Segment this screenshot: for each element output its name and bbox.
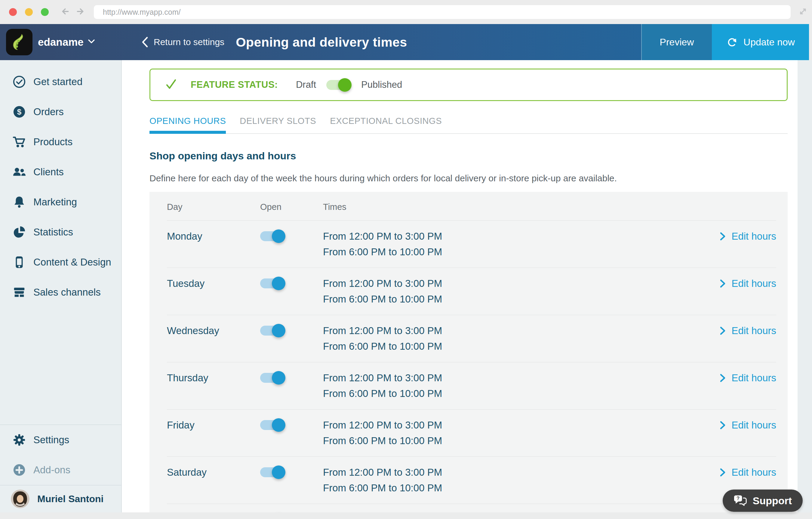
- back-arrow-icon[interactable]: [60, 6, 70, 18]
- sidebar-item-products[interactable]: Products: [0, 127, 121, 157]
- sidebar-item-clients[interactable]: Clients: [0, 157, 121, 187]
- feature-status-toggle[interactable]: [326, 80, 349, 90]
- edit-hours-label: Edit hours: [731, 419, 776, 432]
- gear-icon: [12, 433, 26, 447]
- times-cell: From 12:00 PM to 3:00 PMFrom 6:00 PM to …: [323, 466, 719, 495]
- open-toggle[interactable]: [260, 231, 283, 241]
- edit-hours-label: Edit hours: [731, 277, 776, 290]
- feature-status-box: FEATURE STATUS: Draft Published: [149, 68, 788, 101]
- pie-chart-icon: [12, 225, 26, 239]
- update-now-label: Update now: [744, 37, 795, 48]
- sidebar-item-add-ons[interactable]: Add-ons: [0, 455, 121, 485]
- sidebar-item-get-started[interactable]: Get started: [0, 67, 121, 97]
- sidebar: Get started $ Orders Products Clients Ma…: [0, 60, 122, 512]
- refresh-icon: [726, 36, 738, 48]
- url-bar[interactable]: [94, 5, 791, 19]
- chevron-left-icon: [140, 36, 149, 48]
- avatar: [11, 490, 29, 508]
- edit-hours-link[interactable]: Edit hours: [719, 324, 776, 337]
- time-range: From 12:00 PM to 3:00 PM: [323, 466, 719, 479]
- time-range: From 6:00 PM to 10:00 PM: [323, 246, 719, 259]
- day-label: Monday: [167, 231, 202, 242]
- draft-label: Draft: [296, 79, 316, 90]
- phone-icon: [12, 255, 26, 269]
- sidebar-item-marketing[interactable]: Marketing: [0, 187, 121, 217]
- app-header: edaname Return to settings Opening and d…: [0, 24, 809, 60]
- scroll-gutter: [798, 60, 812, 512]
- sidebar-item-label: Clients: [33, 166, 64, 178]
- sidebar-item-sales-channels[interactable]: Sales channels: [0, 277, 121, 307]
- edit-hours-link[interactable]: Edit hours: [719, 466, 776, 479]
- chevron-right-icon: [719, 468, 727, 477]
- tab-delivery-slots[interactable]: DELIVERY SLOTS: [240, 116, 316, 133]
- edit-hours-link[interactable]: Edit hours: [719, 277, 776, 290]
- app-logo: [6, 29, 32, 55]
- tab-exceptional-closings[interactable]: EXCEPTIONAL CLOSINGS: [330, 116, 442, 133]
- user-account[interactable]: Muriel Santoni: [0, 485, 121, 512]
- browser-chrome: [0, 0, 812, 24]
- sidebar-item-content-design[interactable]: Content & Design: [0, 247, 121, 277]
- time-range: From 12:00 PM to 3:00 PM: [323, 230, 719, 243]
- toggle-knob: [272, 324, 285, 337]
- user-name: Muriel Santoni: [37, 493, 104, 504]
- column-header-day: Day: [167, 202, 260, 212]
- toggle-knob: [272, 465, 285, 479]
- time-range: From 12:00 PM to 3:00 PM: [323, 324, 719, 337]
- open-toggle[interactable]: [260, 373, 283, 383]
- svg-text:$: $: [17, 108, 22, 116]
- support-label: Support: [753, 495, 792, 507]
- sidebar-item-statistics[interactable]: Statistics: [0, 217, 121, 247]
- checkmark-icon: [165, 78, 177, 92]
- toggle-knob: [272, 371, 285, 384]
- open-toggle[interactable]: [260, 279, 283, 288]
- time-range: From 6:00 PM to 10:00 PM: [323, 482, 719, 495]
- sidebar-item-label: Content & Design: [33, 257, 111, 268]
- published-label: Published: [361, 79, 402, 90]
- close-window-button[interactable]: [9, 8, 17, 16]
- edit-hours-link[interactable]: Edit hours: [719, 371, 776, 384]
- expand-icon[interactable]: [797, 6, 809, 18]
- open-toggle[interactable]: [260, 467, 283, 477]
- table-header: Day Open Times: [167, 192, 776, 221]
- return-to-settings-link[interactable]: Return to settings: [140, 36, 224, 48]
- column-header-times: Times: [323, 202, 776, 212]
- cart-icon: [12, 135, 26, 149]
- storefront-icon: [12, 285, 26, 299]
- sidebar-item-label: Get started: [33, 76, 82, 87]
- edit-hours-link[interactable]: Edit hours: [719, 230, 776, 243]
- chevron-down-icon: [88, 39, 95, 45]
- edit-hours-label: Edit hours: [731, 230, 776, 243]
- time-range: From 12:00 PM to 3:00 PM: [323, 277, 719, 290]
- table-row: Saturday From 12:00 PM to 3:00 PMFrom 6:…: [167, 457, 776, 504]
- store-name: edaname: [38, 36, 84, 48]
- toggle-knob: [272, 277, 285, 290]
- open-toggle[interactable]: [260, 326, 283, 336]
- open-toggle[interactable]: [260, 420, 283, 430]
- toggle-knob: [338, 78, 352, 92]
- times-cell: From 12:00 PM to 3:00 PMFrom 6:00 PM to …: [323, 230, 719, 259]
- support-button[interactable]: ? Support: [723, 490, 803, 512]
- forward-arrow-icon[interactable]: [75, 6, 86, 18]
- store-switcher[interactable]: edaname: [0, 24, 122, 60]
- times-cell: From 12:00 PM to 3:00 PMFrom 6:00 PM to …: [323, 324, 719, 353]
- time-range: From 6:00 PM to 10:00 PM: [323, 387, 719, 400]
- table-row: Monday From 12:00 PM to 3:00 PMFrom 6:00…: [167, 221, 776, 268]
- minimize-window-button[interactable]: [25, 8, 33, 16]
- app-window: edaname Return to settings Opening and d…: [0, 0, 812, 519]
- preview-button[interactable]: Preview: [641, 24, 712, 60]
- sidebar-item-label: Statistics: [33, 226, 73, 238]
- times-cell: From 12:00 PM to 3:00 PMFrom 6:00 PM to …: [323, 277, 719, 306]
- sidebar-item-settings[interactable]: Settings: [0, 425, 121, 455]
- edit-hours-link[interactable]: Edit hours: [719, 419, 776, 432]
- toggle-knob: [272, 229, 285, 243]
- hours-rows: Monday From 12:00 PM to 3:00 PMFrom 6:00…: [167, 221, 776, 519]
- sidebar-item-label: Sales channels: [33, 287, 101, 298]
- tab-opening-hours[interactable]: OPENING HOURS: [149, 116, 226, 134]
- section-description: Define here for each day of the week the…: [149, 173, 788, 183]
- sidebar-item-orders[interactable]: $ Orders: [0, 97, 121, 127]
- sidebar-item-label: Add-ons: [33, 464, 70, 476]
- zoom-window-button[interactable]: [41, 8, 49, 16]
- sidebar-item-label: Marketing: [33, 196, 77, 208]
- check-circle-icon: [12, 75, 26, 89]
- update-now-button[interactable]: Update now: [712, 24, 809, 60]
